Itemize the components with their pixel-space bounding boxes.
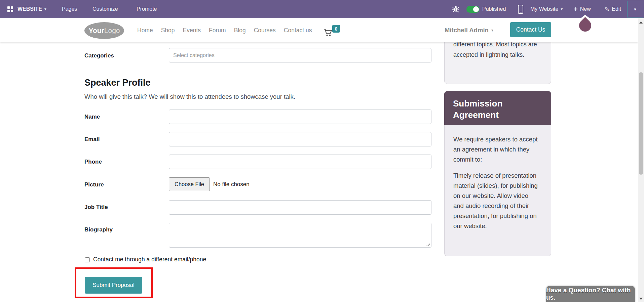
menu-customize[interactable]: Customize (92, 0, 118, 18)
cart-icon (324, 28, 333, 37)
page: different topics. Most topics are accept… (0, 0, 644, 302)
cart-count-badge: 0 (332, 25, 340, 33)
biography-input[interactable] (169, 223, 431, 248)
job-title-input[interactable] (169, 200, 431, 215)
user-menu[interactable]: Mitchell Admin ▾ (445, 18, 493, 42)
contact-me-checkbox-label[interactable]: Contact me through a different email/pho… (93, 256, 206, 263)
published-toggle[interactable] (466, 6, 480, 13)
nav-shop[interactable]: Shop (161, 27, 175, 34)
choose-file-button[interactable]: Choose File (169, 177, 210, 191)
plus-icon: + (574, 5, 578, 13)
edit-button[interactable]: ✎ Edit (605, 0, 621, 18)
section-title: Speaker Profile (84, 78, 151, 88)
contact-us-button[interactable]: Contact Us (510, 22, 551, 37)
phone-input[interactable] (169, 155, 431, 169)
submission-agreement-body: We require speakers to accept an agreeme… (444, 125, 551, 256)
textarea-resize-handle[interactable] (426, 243, 430, 246)
nav-contact-us[interactable]: Contact us (284, 27, 312, 34)
categories-label: Categories (84, 52, 114, 59)
nav-courses[interactable]: Courses (254, 27, 276, 34)
file-status-text: No file chosen (213, 181, 250, 188)
chat-widget[interactable]: Have a Question? Chat with us. (546, 286, 635, 302)
agreement-paragraph-2: Timely release of presentation material … (453, 171, 539, 231)
bug-icon[interactable] (452, 5, 459, 13)
main-nav: Home Shop Events Forum Blog Courses Cont… (137, 18, 312, 42)
cart-button[interactable]: 0 (324, 26, 341, 38)
toggle-knob (473, 6, 479, 12)
topbar-more-button[interactable]: ▾ (627, 1, 643, 17)
mobile-preview-icon[interactable] (518, 5, 523, 14)
my-website-menu[interactable]: My Website ▾ (530, 0, 563, 18)
submission-agreement-card: Submission Agreement We require speakers… (444, 91, 551, 256)
chevron-down-icon: ▾ (634, 7, 636, 12)
categories-input[interactable] (169, 48, 431, 62)
site-header: YourLogo Home Shop Events Forum Blog Cou… (0, 18, 638, 42)
apps-grid-icon[interactable] (7, 6, 13, 12)
nav-home[interactable]: Home (137, 27, 153, 34)
biography-label: Biography (84, 226, 113, 233)
scrollbar-thumb[interactable] (639, 72, 643, 175)
logo-text-light: Logo (104, 27, 120, 35)
name-input[interactable] (169, 110, 431, 124)
picture-file-row: Choose File No file chosen (169, 177, 250, 191)
phone-label: Phone (84, 159, 102, 165)
pencil-icon: ✎ (605, 6, 609, 13)
job-title-label: Job Title (84, 204, 108, 211)
nav-events[interactable]: Events (183, 27, 201, 34)
logo-text-bold: Your (89, 27, 104, 35)
submit-proposal-button[interactable]: Submit Proposal (85, 277, 142, 294)
scroll-up-arrow[interactable] (639, 21, 643, 24)
email-label: Email (84, 136, 100, 143)
page-scrollbar[interactable] (638, 18, 644, 302)
section-subtitle: Who will give this talk? We will show th… (84, 93, 295, 100)
name-label: Name (84, 114, 100, 120)
menu-promote[interactable]: Promote (137, 0, 157, 18)
site-logo[interactable]: YourLogo (84, 22, 124, 39)
chat-widget-label: Have a Question? Chat with us. (546, 287, 635, 301)
published-label: Published (482, 0, 506, 18)
admin-bar: WEBSITE ▾ Pages Customize Promote Publis… (0, 0, 644, 18)
picture-label: Picture (84, 181, 104, 188)
submission-agreement-title: Submission Agreement (444, 91, 551, 125)
chevron-down-icon: ▾ (491, 28, 493, 33)
chevron-down-icon: ▾ (561, 7, 563, 11)
agreement-paragraph-1: We require speakers to accept an agreeme… (453, 134, 539, 165)
info-card-text: different topics. Most topics are accept… (453, 39, 542, 60)
chevron-down-icon: ▾ (44, 7, 46, 11)
menu-pages[interactable]: Pages (62, 0, 77, 18)
nav-blog[interactable]: Blog (234, 27, 246, 34)
nav-forum[interactable]: Forum (209, 27, 226, 34)
scroll-down-arrow[interactable] (639, 298, 643, 300)
contact-me-checkbox[interactable] (85, 257, 90, 262)
user-name: Mitchell Admin (445, 27, 489, 34)
email-input[interactable] (169, 132, 431, 146)
menu-website[interactable]: WEBSITE ▾ (17, 0, 46, 18)
